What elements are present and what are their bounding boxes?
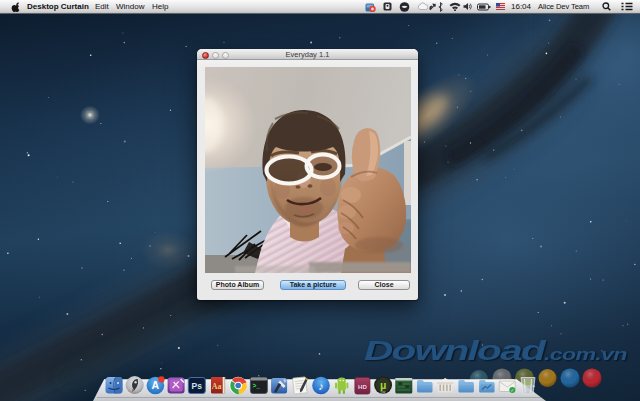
svg-text:HD: HD (358, 384, 367, 390)
svg-text:♪: ♪ (318, 380, 324, 392)
svg-text:µ: µ (380, 379, 386, 391)
svg-text:>_: >_ (252, 383, 260, 390)
svg-text:✓: ✓ (510, 388, 514, 393)
svg-text:A: A (152, 379, 160, 391)
svg-text:Ps: Ps (192, 381, 203, 391)
svg-text:Aa: Aa (212, 382, 222, 391)
svg-text:DIK: DIK (380, 391, 386, 395)
